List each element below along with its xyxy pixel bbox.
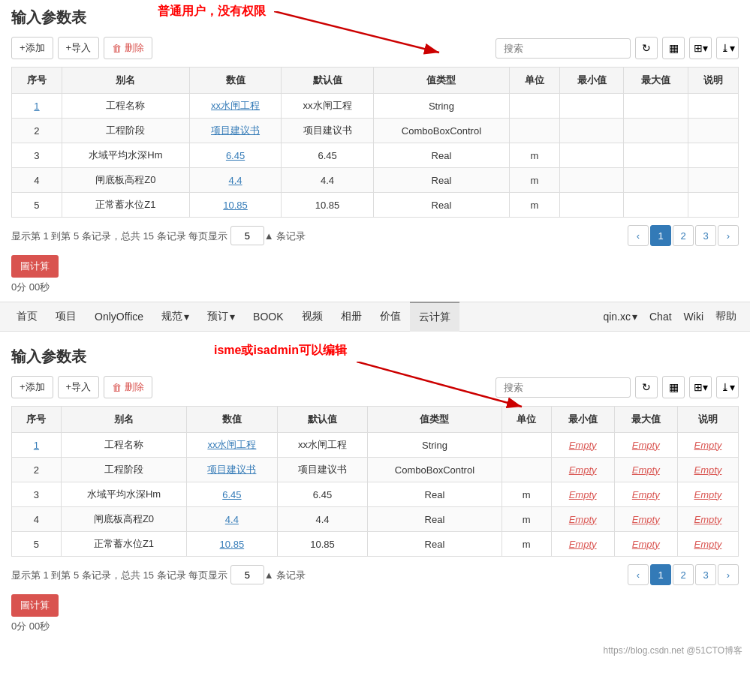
watermark: https://blog.csdn.net @51CTO博客 bbox=[0, 641, 750, 661]
arrow-top bbox=[274, 11, 484, 71]
bottom-page-2[interactable]: 2 bbox=[673, 564, 694, 585]
bottom-data-table: 序号 别名 数值 默认值 值类型 单位 最小值 最大值 说明 1工程名称xx水闸… bbox=[11, 406, 739, 557]
top-pagination-info: 显示第 1 到第 5 条记录，总共 15 条记录 每页显示 ▲ 条记录 bbox=[11, 226, 306, 245]
trash-icon: 🗑 bbox=[112, 43, 122, 54]
user-dropdown-icon: ▾ bbox=[632, 311, 637, 323]
bottom-refresh-button[interactable]: ↻ bbox=[635, 376, 658, 398]
nav-wiki[interactable]: Wiki bbox=[678, 303, 709, 330]
nav-chat[interactable]: Chat bbox=[643, 303, 678, 330]
top-calc-area: 圖计算 0分 00秒 bbox=[11, 255, 739, 294]
nav-album[interactable]: 相册 bbox=[332, 302, 371, 331]
arrow-bottom bbox=[357, 362, 567, 422]
bottom-pagination-bar: 显示第 1 到第 5 条记录，总共 15 条记录 每页显示 ▲ 条记录 ‹ 1 … bbox=[11, 564, 739, 585]
annotation-bottom: isme或isadmin可以编辑 bbox=[214, 343, 347, 359]
bottom-prev-page[interactable]: ‹ bbox=[628, 564, 649, 585]
bottom-next-page[interactable]: › bbox=[718, 564, 739, 585]
top-page-3[interactable]: 3 bbox=[695, 225, 716, 246]
col-header-note: 说明 bbox=[688, 68, 738, 94]
bottom-add-button[interactable]: +添加 bbox=[11, 376, 53, 398]
top-pagination: ‹ 1 2 3 › bbox=[628, 225, 739, 246]
bottom-col-note: 说明 bbox=[677, 407, 738, 433]
annotation-top: 普通用户，没有权限 bbox=[158, 4, 266, 20]
nav-user[interactable]: qin.xc ▾ bbox=[597, 303, 643, 330]
col-header-id: 序号 bbox=[12, 68, 62, 94]
bottom-col-value: 数值 bbox=[187, 407, 278, 433]
nav-right: qin.xc ▾ Chat Wiki 帮助 bbox=[597, 302, 742, 331]
bottom-trash-icon: 🗑 bbox=[112, 382, 122, 393]
nav-bar: 首页 项目 OnlyOffice 规范 ▾ 预订 ▾ BOOK 视频 相册 价值… bbox=[0, 302, 750, 332]
bottom-pagination: ‹ 1 2 3 › bbox=[628, 564, 739, 585]
top-import-button[interactable]: +导入 bbox=[58, 37, 100, 59]
bottom-col-max: 最大值 bbox=[614, 407, 677, 433]
bottom-page-3[interactable]: 3 bbox=[695, 564, 716, 585]
top-search-input[interactable] bbox=[495, 38, 631, 59]
bottom-calc-area: 圖计算 0分 00秒 bbox=[11, 594, 739, 633]
top-refresh-button[interactable]: ↻ bbox=[635, 37, 658, 59]
bottom-timer: 0分 00秒 bbox=[11, 620, 739, 633]
top-next-page[interactable]: › bbox=[718, 225, 739, 246]
bottom-table-view-button[interactable]: ▦ bbox=[662, 376, 685, 398]
top-timer: 0分 00秒 bbox=[11, 281, 739, 294]
top-table-view-button[interactable]: ▦ bbox=[662, 37, 685, 59]
col-header-alias: 别名 bbox=[62, 68, 189, 94]
booking-dropdown-icon: ▾ bbox=[230, 311, 235, 323]
bottom-col-alias: 别名 bbox=[61, 407, 186, 433]
bottom-export-button[interactable]: ⤓▾ bbox=[716, 376, 739, 398]
bottom-pagination-info: 显示第 1 到第 5 条记录，总共 15 条记录 每页显示 ▲ 条记录 bbox=[11, 565, 306, 584]
svg-line-1 bbox=[274, 11, 439, 53]
bottom-delete-button[interactable]: 🗑 删除 bbox=[104, 376, 152, 398]
top-page-size-input[interactable] bbox=[230, 226, 264, 245]
col-header-value: 数值 bbox=[189, 68, 282, 94]
col-header-min: 最小值 bbox=[560, 68, 624, 94]
bottom-col-default: 默认值 bbox=[277, 407, 368, 433]
spec-dropdown-icon: ▾ bbox=[184, 311, 189, 323]
bottom-section: isme或isadmin可以编辑 输入参数表 +添加 +导入 🗑 删除 bbox=[0, 339, 750, 641]
top-delete-button[interactable]: 🗑 删除 bbox=[104, 37, 152, 59]
nav-project[interactable]: 项目 bbox=[47, 302, 86, 331]
top-toolbar-right: ↻ ▦ ⊞▾ ⤓▾ bbox=[495, 37, 739, 59]
col-header-unit: 单位 bbox=[510, 68, 560, 94]
bottom-calc-button[interactable]: 圖计算 bbox=[11, 594, 59, 617]
bottom-grid-button[interactable]: ⊞▾ bbox=[689, 376, 712, 398]
nav-spec[interactable]: 规范 ▾ bbox=[152, 302, 198, 331]
top-export-button[interactable]: ⤓▾ bbox=[716, 37, 739, 59]
nav-booking[interactable]: 预订 ▾ bbox=[198, 302, 244, 331]
bottom-import-button[interactable]: +导入 bbox=[58, 376, 100, 398]
nav-cloud-calc[interactable]: 云计算 bbox=[410, 302, 459, 332]
top-page-1[interactable]: 1 bbox=[650, 225, 671, 246]
bottom-page-1[interactable]: 1 bbox=[650, 564, 671, 585]
top-grid-button[interactable]: ⊞▾ bbox=[689, 37, 712, 59]
bottom-col-id: 序号 bbox=[12, 407, 62, 433]
nav-onlyoffice[interactable]: OnlyOffice bbox=[86, 303, 152, 330]
top-data-table: 序号 别名 数值 默认值 值类型 单位 最小值 最大值 说明 1工程名称xx水闸… bbox=[11, 67, 739, 218]
col-header-max: 最大值 bbox=[624, 68, 688, 94]
bottom-page-size-input[interactable] bbox=[230, 565, 264, 584]
top-section: 普通用户，没有权限 输入参数表 +添加 +导入 🗑 删除 ↻ bbox=[0, 0, 750, 302]
top-pagination-bar: 显示第 1 到第 5 条记录，总共 15 条记录 每页显示 ▲ 条记录 ‹ 1 … bbox=[11, 225, 739, 246]
nav-value[interactable]: 价值 bbox=[371, 302, 410, 331]
nav-book[interactable]: BOOK bbox=[244, 303, 292, 330]
top-prev-page[interactable]: ‹ bbox=[628, 225, 649, 246]
page-wrapper: 普通用户，没有权限 输入参数表 +添加 +导入 🗑 删除 ↻ bbox=[0, 0, 750, 661]
nav-home[interactable]: 首页 bbox=[8, 302, 47, 331]
svg-line-3 bbox=[357, 362, 522, 407]
top-page-2[interactable]: 2 bbox=[673, 225, 694, 246]
top-calc-button[interactable]: 圖计算 bbox=[11, 255, 59, 278]
nav-help[interactable]: 帮助 bbox=[709, 302, 742, 331]
nav-video[interactable]: 视频 bbox=[293, 302, 332, 331]
top-add-button[interactable]: +添加 bbox=[11, 37, 53, 59]
